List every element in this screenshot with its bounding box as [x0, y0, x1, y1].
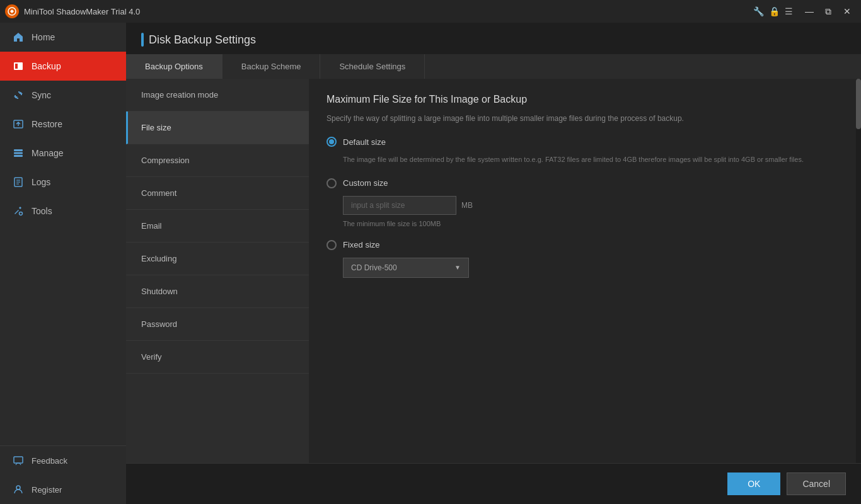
radio-default-size-circle: [326, 137, 337, 147]
sidebar-item-backup[interactable]: Backup: [0, 52, 126, 81]
sync-icon: [13, 89, 24, 101]
split-size-input[interactable]: [343, 196, 456, 215]
page-header: Disk Backup Settings: [126, 23, 861, 54]
options-panel: Image creation mode File size Compressio…: [126, 79, 309, 463]
tab-schedule-settings[interactable]: Schedule Settings: [320, 54, 425, 79]
sidebar: Home Backup Sync Restore Manage: [0, 23, 126, 504]
tab-backup-scheme[interactable]: Backup Scheme: [222, 54, 321, 79]
option-file-size[interactable]: File size: [126, 112, 309, 144]
register-icon: [13, 484, 24, 495]
sidebar-item-manage[interactable]: Manage: [0, 139, 126, 168]
header-accent: [141, 33, 144, 47]
option-compression[interactable]: Compression: [126, 144, 309, 177]
svg-rect-7: [14, 149, 23, 151]
menu-icon-btn[interactable]: ☰: [785, 6, 793, 16]
min-size-text: The minimum file size is 100MB: [343, 220, 843, 227]
sidebar-item-sync[interactable]: Sync: [0, 81, 126, 110]
chevron-down-icon: ▼: [454, 264, 461, 271]
tabs-row: Backup Options Backup Scheme Schedule Se…: [126, 54, 861, 79]
sidebar-item-logs[interactable]: Logs: [0, 168, 126, 197]
title-icons: 🔧 🔒 ☰: [753, 6, 793, 16]
sidebar-label-logs: Logs: [32, 177, 50, 187]
radio-custom-size[interactable]: Custom size: [326, 178, 843, 188]
page-title: Disk Backup Settings: [149, 33, 256, 47]
scroll-track: [856, 79, 861, 463]
option-comment[interactable]: Comment: [126, 177, 309, 210]
scroll-thumb[interactable]: [856, 79, 861, 129]
window-controls: — ⧉ ✕: [800, 4, 856, 19]
radio-fixed-size-label: Fixed size: [343, 240, 380, 249]
sidebar-item-feedback[interactable]: Feedback: [0, 446, 126, 475]
svg-point-16: [16, 486, 20, 490]
default-size-info: The image file will be determined by the…: [343, 154, 843, 166]
sidebar-label-home: Home: [32, 32, 55, 42]
settings-panel: Maximum File Size for This Image or Back…: [309, 79, 861, 463]
sidebar-bottom: Feedback Register: [0, 445, 126, 504]
home-icon: [13, 32, 24, 43]
radio-fixed-size[interactable]: Fixed size: [326, 240, 843, 250]
svg-rect-9: [14, 155, 23, 157]
option-verify[interactable]: Verify: [126, 341, 309, 374]
backup-icon: [13, 60, 24, 72]
settings-description: Specify the way of splitting a large ima…: [326, 113, 843, 124]
option-excluding[interactable]: Excluding: [126, 243, 309, 275]
sidebar-item-restore[interactable]: Restore: [0, 110, 126, 139]
radio-custom-size-circle: [326, 178, 337, 188]
radio-fixed-size-circle: [326, 240, 337, 250]
sidebar-label-register: Register: [32, 485, 62, 495]
svg-rect-15: [14, 457, 23, 463]
sidebar-label-feedback: Feedback: [32, 456, 67, 466]
svg-point-14: [20, 212, 23, 215]
feedback-icon: [13, 455, 24, 466]
lock-icon-btn[interactable]: 🔒: [769, 6, 780, 16]
pin-icon-btn[interactable]: 🔧: [753, 6, 764, 16]
restore-icon: [13, 118, 24, 130]
sidebar-item-home[interactable]: Home: [0, 23, 126, 52]
sidebar-label-backup: Backup: [32, 61, 61, 71]
sidebar-label-sync: Sync: [32, 90, 51, 100]
sidebar-label-restore: Restore: [32, 119, 62, 129]
tools-icon: [13, 205, 24, 217]
manage-icon: [13, 147, 24, 159]
split-input-row: MB: [343, 196, 843, 215]
sidebar-label-manage: Manage: [32, 148, 64, 158]
content-area: Image creation mode File size Compressio…: [126, 79, 861, 463]
radio-custom-size-label: Custom size: [343, 178, 388, 188]
app-title: MiniTool ShadowMaker Trial 4.0: [24, 7, 753, 16]
titlebar: MiniTool ShadowMaker Trial 4.0 🔧 🔒 ☰ — ⧉…: [0, 0, 861, 23]
ok-button[interactable]: OK: [727, 472, 780, 495]
cancel-button[interactable]: Cancel: [787, 472, 846, 495]
option-image-creation-mode[interactable]: Image creation mode: [126, 79, 309, 112]
minimize-button[interactable]: —: [800, 4, 818, 19]
sidebar-label-tools: Tools: [32, 206, 52, 216]
sidebar-item-tools[interactable]: Tools: [0, 197, 126, 226]
restore-button[interactable]: ⧉: [819, 4, 837, 19]
app-logo: [5, 4, 19, 18]
option-shutdown[interactable]: Shutdown: [126, 275, 309, 308]
cd-drive-dropdown[interactable]: CD Drive-500 ▼: [343, 258, 469, 278]
footer: OK Cancel: [126, 463, 861, 504]
svg-rect-8: [14, 152, 23, 154]
settings-title: Maximum File Size for This Image or Back…: [326, 94, 843, 105]
unit-label: MB: [461, 201, 473, 210]
tab-backup-options[interactable]: Backup Options: [126, 54, 222, 79]
radio-default-size-label: Default size: [343, 137, 386, 147]
option-email[interactable]: Email: [126, 210, 309, 243]
dropdown-row: CD Drive-500 ▼: [343, 258, 843, 278]
close-button[interactable]: ✕: [838, 4, 856, 19]
radio-default-size[interactable]: Default size: [326, 137, 843, 147]
main-content: Disk Backup Settings Backup Options Back…: [126, 23, 861, 504]
option-password[interactable]: Password: [126, 308, 309, 341]
dropdown-value: CD Drive-500: [351, 263, 397, 272]
sidebar-item-register[interactable]: Register: [0, 475, 126, 504]
logs-icon: [13, 176, 24, 188]
layout: Home Backup Sync Restore Manage: [0, 23, 861, 504]
svg-rect-2: [15, 64, 18, 69]
svg-rect-3: [19, 64, 21, 66]
